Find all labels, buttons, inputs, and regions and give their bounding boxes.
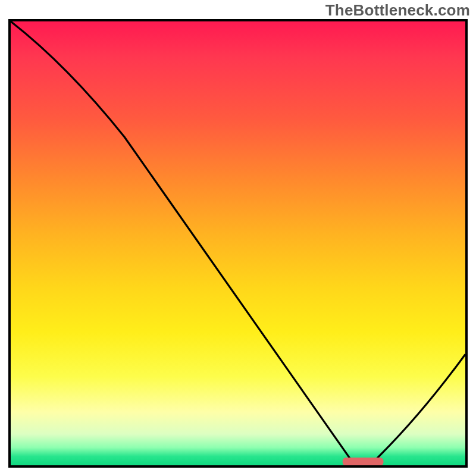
bottleneck-curve: [11, 21, 465, 461]
chart-container: TheBottleneck.com: [0, 0, 476, 476]
bottleneck-marker: [343, 458, 384, 465]
chart-overlay: [11, 21, 465, 465]
plot-area: [8, 19, 468, 468]
watermark-label: TheBottleneck.com: [325, 1, 470, 20]
